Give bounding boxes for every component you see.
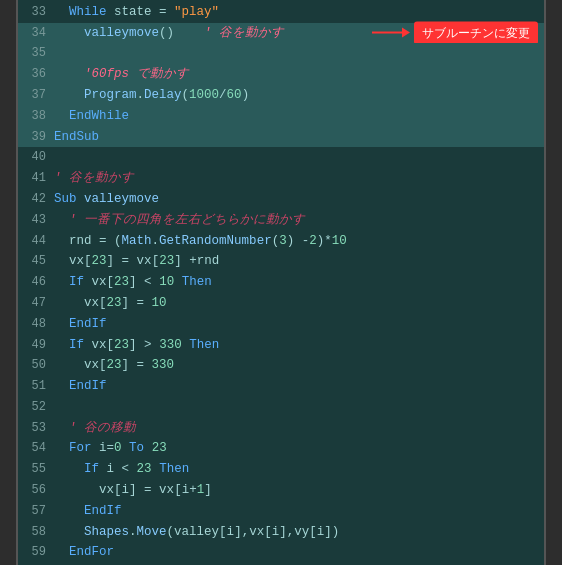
line-content	[54, 147, 544, 168]
code-line: 47 vx[23] = 10	[18, 293, 544, 314]
code-line: 40	[18, 147, 544, 168]
code-line: 36 '60fps で動かす	[18, 64, 544, 85]
line-number: 47	[18, 294, 54, 314]
line-number: 39	[18, 128, 54, 148]
line-content: vx[23] = 10	[54, 293, 544, 314]
code-line: 58 Shapes.Move(valley[i],vx[i],vy[i])	[18, 522, 544, 543]
annotation: サブルーチンに変更	[372, 21, 538, 44]
code-line: 41 ' 谷を動かす	[18, 168, 544, 189]
line-content	[54, 43, 544, 64]
code-line: 51 EndIf	[18, 376, 544, 397]
code-line: 39 EndSub	[18, 127, 544, 148]
line-content: EndWhile	[54, 106, 544, 127]
code-line: 35	[18, 43, 544, 64]
code-line: 45 vx[23] = vx[23] +rnd	[18, 251, 544, 272]
code-line: 37 Program.Delay(1000/60)	[18, 85, 544, 106]
code-line-34: 34 valleymove() ' 谷を動かす サブルーチンに変更	[18, 23, 544, 44]
code-line: 55 If i < 23 Then	[18, 459, 544, 480]
line-number: 43	[18, 211, 54, 231]
line-number: 59	[18, 543, 54, 563]
line-content: rnd = (Math.GetRandomNumber(3) -2)*10	[54, 231, 544, 252]
line-number: 51	[18, 377, 54, 397]
line-content: While state = "play"	[54, 2, 544, 23]
line-content: vx[23] = vx[23] +rnd	[54, 251, 544, 272]
code-line: 57 EndIf	[18, 501, 544, 522]
line-content: Program.Delay(1000/60)	[54, 85, 544, 106]
code-line: 46 If vx[23] < 10 Then	[18, 272, 544, 293]
line-number: 49	[18, 336, 54, 356]
line-number: 56	[18, 481, 54, 501]
line-content: '60fps で動かす	[54, 64, 544, 85]
code-line: 33 While state = "play"	[18, 2, 544, 23]
code-line: 50 vx[23] = 330	[18, 355, 544, 376]
line-content: Shapes.Move(valley[i],vx[i],vy[i])	[54, 522, 544, 543]
line-content: ' 一番下の四角を左右どちらかに動かす	[54, 210, 544, 231]
line-content: Sub valleymove	[54, 189, 544, 210]
line-number: 36	[18, 65, 54, 85]
code-line: 52	[18, 397, 544, 418]
arrow-head	[402, 28, 410, 38]
line-number: 48	[18, 315, 54, 335]
line-number: 35	[18, 44, 54, 64]
line-content: vx[i] = vx[i+1]	[54, 480, 544, 501]
line-content: EndIf	[54, 314, 544, 335]
line-content: ' 谷を動かす	[54, 168, 544, 189]
line-content: ' 谷の移動	[54, 418, 544, 439]
line-number: 44	[18, 232, 54, 252]
line-number: 52	[18, 398, 54, 418]
code-line: 42 Sub valleymove	[18, 189, 544, 210]
line-content: If vx[23] < 10 Then	[54, 272, 544, 293]
arrow-line	[372, 32, 402, 34]
line-number: 50	[18, 356, 54, 376]
code-line: 53 ' 谷の移動	[18, 418, 544, 439]
annotation-badge: サブルーチンに変更	[414, 21, 538, 44]
line-content: vx[23] = 330	[54, 355, 544, 376]
line-number: 33	[18, 3, 54, 23]
line-number: 53	[18, 419, 54, 439]
line-content	[54, 397, 544, 418]
line-number: 38	[18, 107, 54, 127]
line-number: 34	[18, 24, 54, 44]
code-line: 49 If vx[23] > 330 Then	[18, 335, 544, 356]
line-number: 57	[18, 502, 54, 522]
line-content: EndFor	[54, 542, 544, 563]
line-number: 41	[18, 169, 54, 189]
line-number: 45	[18, 252, 54, 272]
line-content: EndSub	[54, 127, 544, 148]
line-number: 46	[18, 273, 54, 293]
code-line: 56 vx[i] = vx[i+1]	[18, 480, 544, 501]
code-area: 32 Sub gameloop 33 While state = "play" …	[18, 0, 544, 565]
line-number: 40	[18, 148, 54, 168]
line-content: EndIf	[54, 376, 544, 397]
line-number: 42	[18, 190, 54, 210]
code-line: 54 For i=0 To 23	[18, 438, 544, 459]
line-number: 54	[18, 439, 54, 459]
line-number: 58	[18, 523, 54, 543]
code-line: 48 EndIf	[18, 314, 544, 335]
line-content: For i=0 To 23	[54, 438, 544, 459]
line-content: EndIf	[54, 501, 544, 522]
line-number: 37	[18, 86, 54, 106]
code-line: 44 rnd = (Math.GetRandomNumber(3) -2)*10	[18, 231, 544, 252]
line-content: If i < 23 Then	[54, 459, 544, 480]
code-line: 59 EndFor	[18, 542, 544, 563]
code-line: 43 ' 一番下の四角を左右どちらかに動かす	[18, 210, 544, 231]
line-content: If vx[23] > 330 Then	[54, 335, 544, 356]
editor-window: 32 Sub gameloop 33 While state = "play" …	[16, 0, 546, 565]
code-line: 38 EndWhile	[18, 106, 544, 127]
line-number: 55	[18, 460, 54, 480]
